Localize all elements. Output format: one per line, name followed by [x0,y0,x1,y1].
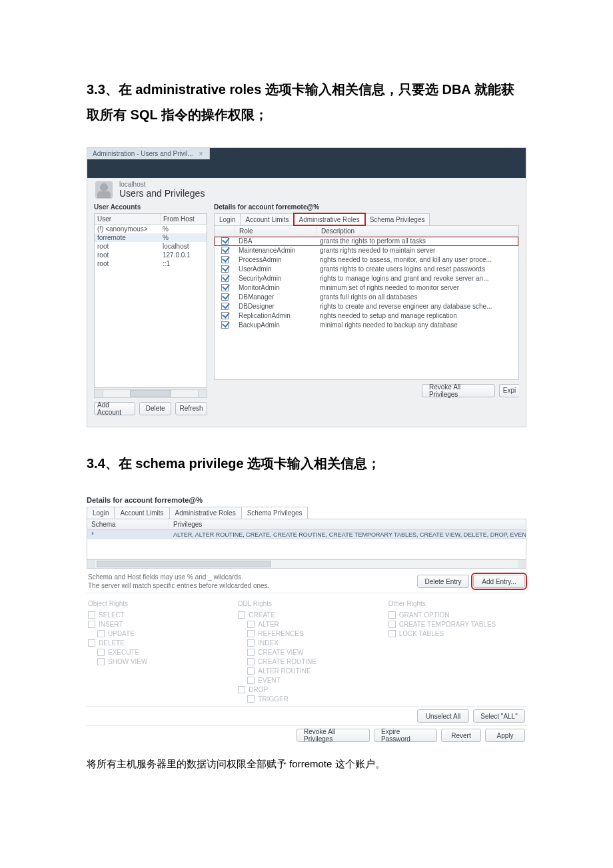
tab-account-limits[interactable]: Account Limits [240,213,294,225]
role-row[interactable]: BackupAdmin minimal rights needed to bac… [215,321,518,330]
expire-button-clipped[interactable]: Expi [499,384,519,397]
horizontal-scrollbar[interactable] [87,560,526,569]
checkbox[interactable] [88,621,95,628]
role-row[interactable]: DBManager grants full rights on all data… [215,293,518,302]
checkbox[interactable] [221,237,229,245]
add-entry-button[interactable]: Add Entry... [473,575,525,588]
page-title: Users and Privileges [119,188,205,199]
checkbox[interactable] [247,639,255,647]
tab-login[interactable]: Login [87,507,115,519]
role-row-dba[interactable]: DBA grants the rights to perform all tas… [215,237,518,246]
close-icon[interactable]: × [199,150,203,157]
col-user[interactable]: User [95,214,161,225]
checkbox[interactable] [238,611,245,619]
apply-button[interactable]: Apply [485,729,525,742]
col-role[interactable]: Role [235,226,317,237]
role-row[interactable]: UserAdmin grants rights to create users … [215,265,518,274]
user-accounts-title: User Accounts [94,203,207,211]
table-row[interactable]: forremote % [95,233,207,242]
checkbox[interactable] [221,275,229,282]
checkbox[interactable] [247,658,255,665]
screenshot-admin-roles: Administration - Users and Privil... × l… [87,147,526,427]
unselect-all-button[interactable]: Unselect All [417,709,469,723]
checkbox[interactable] [221,284,229,291]
screenshot-schema-privileges: Details for account forremote@% Login Ac… [87,496,526,745]
schema-row[interactable]: * ALTER, ALTER ROUTINE, CREATE, CREATE R… [87,530,526,539]
checkbox[interactable] [247,649,255,656]
tab-schema-privileges[interactable]: Schema Privileges [241,507,308,519]
col-description[interactable]: Description [317,226,518,237]
roles-table: Role Description DBA grants the rights t… [214,226,519,380]
role-row[interactable]: ReplicationAdmin rights needed to setup … [215,311,518,321]
details-title: Details for account forremote@% [214,203,519,211]
select-all-button[interactable]: Select "ALL" [473,709,525,723]
ddl-rights-group: DDL Rights CREATE ALTER REFERENCES INDEX… [238,600,374,703]
ddl-rights-title: DDL Rights [238,600,374,607]
checkbox[interactable] [247,630,255,637]
table-row[interactable]: root 127.0.0.1 [95,251,207,259]
tab-schema-privileges[interactable]: Schema Privileges [364,213,430,225]
checkbox[interactable] [221,303,229,310]
checkbox[interactable] [221,321,229,329]
host-label: localhost [119,181,205,188]
checkbox[interactable] [97,658,105,665]
scroll-left-icon[interactable] [95,390,103,397]
user-accounts-table[interactable]: User From Host (!) <anonymous> % forremo… [94,213,207,388]
role-row[interactable]: SecurityAdmin rights to manage logins an… [215,274,518,283]
delete-button[interactable]: Delete [139,402,171,415]
checkbox[interactable] [388,630,396,637]
tab-login[interactable]: Login [214,213,241,225]
revoke-all-button[interactable]: Revoke All Privileges [422,384,495,397]
scrollbar-thumb[interactable] [130,390,171,397]
checkbox[interactable] [388,611,396,619]
table-row[interactable]: root ::1 [95,259,207,268]
checkbox[interactable] [97,649,105,656]
scroll-right-icon[interactable] [198,390,207,397]
tab-account-limits[interactable]: Account Limits [114,507,169,519]
checkbox[interactable] [247,621,255,628]
checkbox[interactable] [97,630,105,637]
checkbox[interactable] [247,667,255,675]
col-from-host[interactable]: From Host [161,214,207,225]
col-checkbox [215,226,235,237]
revert-button[interactable]: Revert [441,729,481,742]
tab-administrative-roles[interactable]: Administrative Roles [169,507,242,519]
tab-administrative-roles[interactable]: Administrative Roles [294,213,365,225]
checkbox[interactable] [221,312,229,319]
checkbox[interactable] [221,247,229,254]
delete-entry-button[interactable]: Delete Entry [417,575,469,588]
user-icon [95,181,113,199]
table-row[interactable]: (!) <anonymous> % [95,225,207,233]
schema-table: Schema Privileges * ALTER, ALTER ROUTINE… [87,519,526,560]
wildcard-hint: Schema and Host fields may use % and _ w… [88,573,413,590]
add-account-button[interactable]: Add Account [94,402,135,415]
col-schema[interactable]: Schema [87,519,169,530]
role-row[interactable]: ProcessAdmin rights needed to assess, mo… [215,255,518,265]
revoke-all-button[interactable]: Revoke All Privileges [297,729,370,742]
checkbox[interactable] [388,621,396,628]
refresh-button[interactable]: Refresh [175,402,207,415]
scroll-right-icon[interactable] [518,560,526,568]
scroll-left-icon[interactable] [87,560,95,568]
role-row[interactable]: MaintenanceAdmin grants rights needed to… [215,246,518,255]
checkbox[interactable] [221,293,229,301]
object-rights-group: Object Rights SELECT INSERT UPDATE DELET… [88,600,225,703]
checkbox[interactable] [221,256,229,263]
checkbox[interactable] [238,686,245,693]
checkbox[interactable] [88,639,95,647]
role-row[interactable]: DBDesigner rights to create and reverse … [215,302,518,311]
other-rights-title: Other Rights [388,600,525,607]
expire-password-button[interactable]: Expire Password [374,729,437,742]
table-row[interactable]: root localhost [95,242,207,251]
checkbox[interactable] [221,265,229,273]
role-row[interactable]: MonitorAdmin minimum set of rights neede… [215,283,518,293]
checkbox[interactable] [247,677,255,684]
checkbox[interactable] [247,695,255,703]
scrollbar-thumb[interactable] [97,561,271,567]
horizontal-scrollbar[interactable] [94,389,207,398]
document-tab[interactable]: Administration - Users and Privil... × [87,148,210,159]
document-tab-label: Administration - Users and Privil... [93,150,193,157]
section-heading-3-4: 3.4、在 schema privilege 选项卡输入相关信息； [87,451,526,476]
checkbox[interactable] [88,611,95,619]
col-privileges[interactable]: Privileges [169,519,526,530]
